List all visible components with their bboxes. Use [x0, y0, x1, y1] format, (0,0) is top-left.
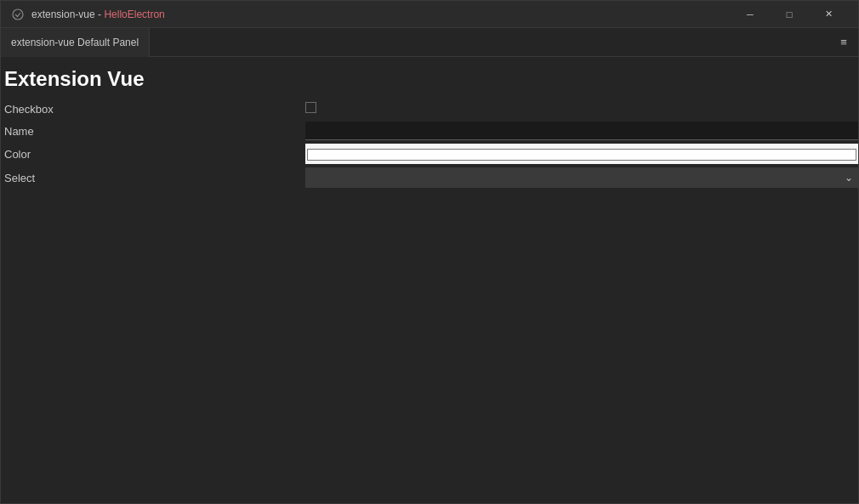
color-input[interactable]	[305, 145, 858, 164]
title-bar: extension-vue - HelloElectron ─ □ ✕	[1, 1, 858, 28]
minimize-button[interactable]: ─	[731, 1, 770, 28]
select-input[interactable]	[305, 167, 858, 188]
color-label: Color	[1, 148, 305, 161]
color-row: Color	[1, 142, 858, 166]
color-wrapper	[305, 144, 858, 164]
name-label: Name	[1, 125, 305, 138]
select-label: Select	[1, 172, 305, 184]
tab-default-panel[interactable]: extension-vue Default Panel	[1, 28, 150, 57]
svg-point-0	[13, 9, 23, 20]
name-row: Name	[1, 120, 858, 142]
name-wrapper	[305, 122, 858, 140]
name-input[interactable]	[305, 122, 858, 140]
window-title: extension-vue - HelloElectron	[31, 8, 731, 20]
select-wrapper: ⌄	[305, 167, 858, 188]
select-row: Select ⌄	[1, 166, 858, 190]
menu-button[interactable]: ≡	[829, 28, 858, 57]
maximize-button[interactable]: □	[770, 1, 809, 28]
checkbox-row: Checkbox	[1, 98, 858, 120]
page-title: Extension Vue	[1, 64, 858, 98]
checkbox-label: Checkbox	[1, 103, 305, 116]
tab-label: extension-vue Default Panel	[11, 37, 139, 48]
hamburger-icon: ≡	[840, 36, 847, 48]
tab-bar: extension-vue Default Panel ≡	[1, 28, 858, 57]
main-content: Extension Vue Checkbox Name Color Select…	[1, 57, 858, 504]
checkbox-wrapper	[305, 102, 858, 116]
app-icon	[11, 8, 25, 21]
window-controls: ─ □ ✕	[731, 1, 848, 28]
close-button[interactable]: ✕	[809, 1, 848, 28]
checkbox-input[interactable]	[305, 102, 316, 113]
